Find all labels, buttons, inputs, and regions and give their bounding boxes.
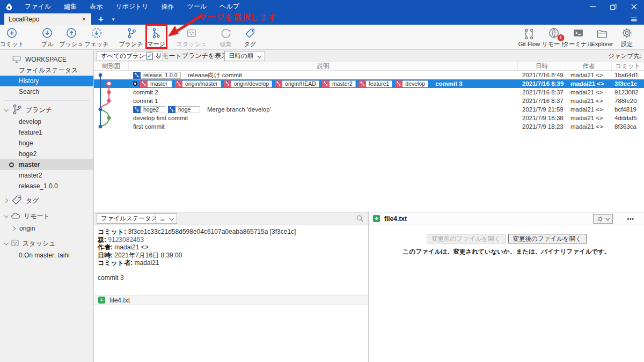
sidebar-item--[interactable]: ブランチ bbox=[0, 104, 93, 116]
branch-badge[interactable]: master bbox=[140, 80, 172, 87]
sidebar-item-origin[interactable]: origin bbox=[0, 223, 93, 234]
chevron-right-icon[interactable] bbox=[11, 226, 16, 231]
menu-3[interactable]: 表示 bbox=[84, 1, 108, 13]
search-icon[interactable] bbox=[356, 215, 364, 224]
tag-icon bbox=[244, 27, 256, 40]
current-branch-indicator bbox=[133, 82, 137, 86]
history-row[interactable]: first commit2021/7/9 18:23madai21 <>8f36… bbox=[94, 122, 644, 131]
history-row[interactable]: commit 12021/7/16 8:37madai21 <>788fe20 bbox=[94, 97, 644, 105]
sidebar-item-hoge[interactable]: hoge bbox=[0, 138, 93, 149]
close-button[interactable] bbox=[624, 0, 644, 13]
tab-close-icon[interactable]: × bbox=[80, 15, 87, 23]
toolbar-button-pull[interactable]: プル bbox=[39, 25, 56, 49]
menu-bar: ファイル編集表示リポジトリ操作ツールヘルプ bbox=[19, 1, 245, 13]
toolbar-button-branch[interactable]: ブランチ bbox=[116, 25, 145, 49]
view-options-dropdown[interactable]: ≡ bbox=[156, 213, 177, 224]
sidebar-item-0-on-master-taihi[interactable]: 0:On master: taihi bbox=[0, 250, 93, 261]
column-description[interactable]: 説明 bbox=[129, 62, 518, 70]
branch-badge[interactable]: origin/develop bbox=[224, 80, 272, 87]
row-description: hoge2hogeMerge branch 'develop' bbox=[129, 105, 518, 114]
settings-gear-icon bbox=[621, 27, 633, 40]
tab-dropdown-icon[interactable]: ▾ bbox=[108, 13, 118, 25]
history-row[interactable]: masterorigin/masterorigin/developorigin/… bbox=[94, 79, 644, 88]
new-tab-button[interactable]: + bbox=[94, 13, 107, 25]
branch-badge-label: master bbox=[148, 80, 172, 87]
commit-author: madai21 <> bbox=[566, 114, 612, 122]
commit-hash: bcf4819 bbox=[612, 105, 644, 114]
toolbar-button-commit[interactable]: コミット bbox=[0, 25, 27, 49]
menu-7[interactable]: ヘルプ bbox=[214, 1, 245, 13]
column-graph[interactable]: 樹形図 bbox=[94, 62, 129, 70]
toolbar-button-settings-gear[interactable]: 設定 bbox=[618, 25, 636, 49]
toolbar-label: プッシュ bbox=[59, 40, 83, 48]
restore-button[interactable] bbox=[603, 0, 624, 13]
remote-branch-checkbox[interactable]: ✓ bbox=[146, 53, 153, 60]
fetch-icon bbox=[91, 27, 103, 40]
sidebar-item-label: master2 bbox=[19, 172, 42, 179]
toolbar-button-fetch[interactable]: フェッチ bbox=[82, 25, 111, 49]
remote-branch-checkbox-wrap[interactable]: ✓ リモートブランチを表示 bbox=[146, 51, 228, 61]
open-after-file-button[interactable]: 変更後のファイルを開く bbox=[508, 234, 587, 243]
menu-5[interactable]: 操作 bbox=[156, 1, 180, 13]
toolbar-button-tag[interactable]: タグ bbox=[241, 25, 259, 49]
repo-tab[interactable]: LocalRepo × bbox=[4, 13, 91, 25]
more-options-button[interactable]: ••• bbox=[627, 214, 634, 224]
column-date[interactable]: 日時 bbox=[518, 62, 566, 70]
chevron-right-icon[interactable] bbox=[4, 198, 8, 203]
column-commit[interactable]: コミット bbox=[612, 62, 644, 70]
sidebar-item-search[interactable]: Search bbox=[0, 86, 93, 97]
toolbar-button-gitflow[interactable]: Git Flow bbox=[516, 25, 543, 49]
column-author[interactable]: 作者 bbox=[566, 62, 612, 70]
commit-hash: 4dddaf5 bbox=[612, 114, 644, 122]
toolbar-label: フェッチ bbox=[84, 40, 108, 48]
tab-bar: LocalRepo × + ▾ ≡ bbox=[0, 13, 644, 25]
sidebar-item-hoge2[interactable]: hoge2 bbox=[0, 149, 93, 159]
history-row[interactable]: release_1.0.0release向け commit2021/7/16 8… bbox=[94, 71, 644, 79]
branch-badge[interactable]: hoge bbox=[168, 106, 200, 113]
repo-tab-label: LocalRepo bbox=[9, 16, 80, 23]
sidebar-item-master2[interactable]: master2 bbox=[0, 170, 93, 181]
menu-2[interactable]: 編集 bbox=[58, 1, 82, 13]
chevron-down-icon[interactable] bbox=[4, 241, 8, 245]
sidebar-item-develop[interactable]: develop bbox=[0, 116, 93, 127]
hamburger-menu-icon[interactable]: ≡ bbox=[627, 13, 641, 25]
menu-4[interactable]: リポジトリ bbox=[110, 1, 153, 13]
branch-badge[interactable]: origin/master bbox=[175, 80, 221, 87]
branch-badge[interactable]: release_1.0.0 bbox=[133, 72, 181, 79]
sidebar-item-release-1-0-0[interactable]: release_1.0.0 bbox=[0, 181, 93, 191]
history-row[interactable]: develop first commit2021/7/9 18:38madai2… bbox=[94, 114, 644, 122]
commit-date: 2021/7/9 18:23 bbox=[518, 122, 566, 131]
history-row[interactable]: commit 22021/7/16 8:37madai21 <>9123082 bbox=[94, 88, 644, 97]
menu-1[interactable]: ファイル bbox=[19, 1, 56, 13]
sort-order-dropdown[interactable]: 日時の順 bbox=[224, 51, 265, 61]
branch-badge[interactable]: develop bbox=[395, 80, 428, 87]
branch-badge[interactable]: feature1 bbox=[358, 80, 393, 87]
history-row[interactable]: hoge2hogeMerge branch 'develop'2021/7/9 … bbox=[94, 105, 644, 114]
sidebar-item--[interactable]: スタッシュ bbox=[0, 237, 93, 250]
branch-badge[interactable]: master2 bbox=[322, 80, 356, 87]
chevron-down-icon[interactable] bbox=[4, 107, 8, 112]
sidebar-item-feature1[interactable]: feature1 bbox=[0, 127, 93, 138]
branch-badge[interactable]: origin/HEAD bbox=[275, 80, 319, 87]
info-value[interactable]: 9123082453 bbox=[108, 236, 144, 243]
toolbar-button-explorer[interactable]: Explorer bbox=[589, 25, 616, 49]
minimize-button[interactable] bbox=[583, 0, 603, 13]
sidebar-item--[interactable]: タグ bbox=[0, 194, 93, 207]
changed-file-row[interactable]: + file4.txt bbox=[94, 295, 368, 305]
pull-icon bbox=[41, 27, 54, 40]
row-description: develop first commit bbox=[129, 114, 518, 122]
sidebar-item-master[interactable]: master bbox=[0, 159, 93, 170]
branch-mini-icon bbox=[175, 80, 182, 87]
sidebar-item-workspace[interactable]: WORKSPACE bbox=[0, 54, 93, 65]
sidebar-item--[interactable]: ファイルステータス bbox=[0, 65, 93, 76]
branch-badge[interactable]: hoge2 bbox=[133, 106, 165, 113]
diff-options-button[interactable] bbox=[593, 214, 613, 224]
menu-6[interactable]: ツール bbox=[182, 1, 213, 13]
info-label: 親: bbox=[98, 236, 108, 243]
sidebar-item--[interactable]: リモート bbox=[0, 210, 93, 223]
sidebar-item-history[interactable]: History bbox=[0, 76, 93, 86]
sidebar-item-label: develop bbox=[19, 118, 41, 125]
chevron-down-icon[interactable] bbox=[4, 213, 8, 218]
file-status-sort-label: ファイルステータス順 bbox=[101, 215, 164, 223]
sidebar-item-label: feature1 bbox=[19, 129, 42, 136]
